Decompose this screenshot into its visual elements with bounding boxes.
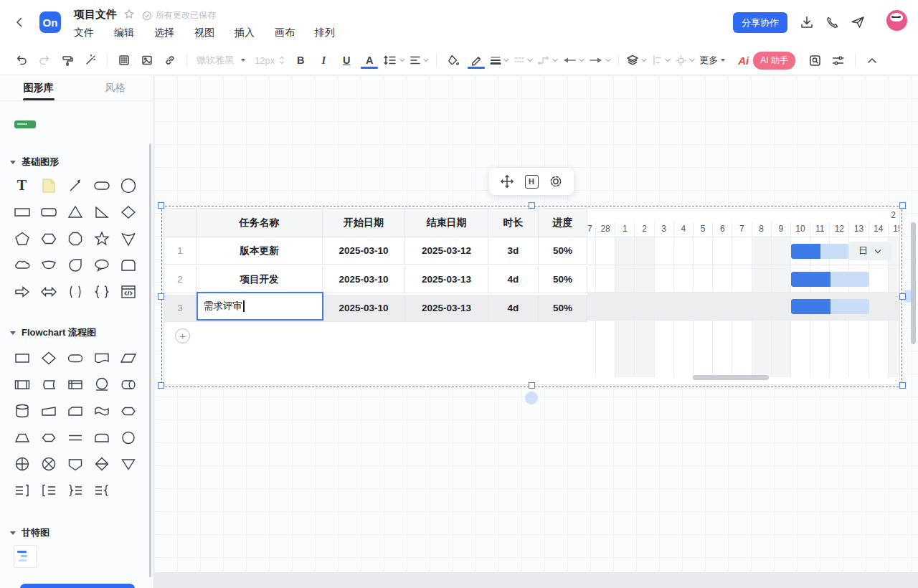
- shape-internal-storage[interactable]: [65, 374, 86, 395]
- shape-annotation-brace-right[interactable]: [65, 480, 86, 501]
- shape-process[interactable]: [11, 347, 33, 369]
- menu-file[interactable]: 文件: [74, 27, 94, 39]
- progress-cell[interactable]: 50%: [539, 295, 587, 322]
- shape-double-arrow[interactable]: [38, 281, 60, 303]
- arrow-end-icon[interactable]: [587, 50, 613, 70]
- resize-handle-s[interactable]: [529, 382, 535, 389]
- shape-wave-flag[interactable]: [91, 400, 113, 422]
- arrow-start-icon[interactable]: [560, 50, 587, 70]
- gantt-bar-task-1[interactable]: [791, 244, 849, 259]
- gantt-bar-task-2[interactable]: [791, 272, 869, 287]
- bold-button[interactable]: B: [289, 50, 312, 70]
- resize-handle-sw[interactable]: [158, 382, 164, 389]
- fill-color-icon[interactable]: [442, 50, 465, 70]
- shape-collate[interactable]: [91, 453, 113, 475]
- shape-rounded-top-rectangle[interactable]: [118, 255, 139, 276]
- shape-trapezoid[interactable]: [11, 427, 33, 448]
- insert-link-icon[interactable]: [158, 50, 181, 70]
- insert-image-icon[interactable]: [136, 50, 158, 70]
- shape-pill[interactable]: [91, 175, 113, 196]
- menu-insert[interactable]: 插入: [235, 27, 255, 39]
- shape-manual-operation[interactable]: [38, 400, 60, 422]
- shape-card[interactable]: [65, 400, 86, 422]
- timeline-scale-select[interactable]: 日: [848, 242, 891, 260]
- share-collaborate-button[interactable]: 分享协作: [733, 12, 787, 33]
- resize-handle-w[interactable]: [158, 293, 164, 300]
- connector-type-icon[interactable]: [535, 50, 560, 70]
- shape-document[interactable]: [91, 347, 113, 369]
- italic-button[interactable]: I: [312, 50, 335, 70]
- shape-diamond[interactable]: [118, 201, 139, 223]
- shape-database[interactable]: [11, 400, 33, 422]
- resize-handle-n[interactable]: [529, 202, 535, 209]
- gantt-settings-gear-icon[interactable]: [546, 172, 565, 191]
- shape-parallel-mode[interactable]: [65, 427, 86, 448]
- shape-braces[interactable]: [91, 281, 113, 303]
- shape-parentheses[interactable]: [65, 281, 86, 303]
- gantt-shape-thumbnail[interactable]: [14, 545, 37, 568]
- shape-pentagon[interactable]: [11, 228, 33, 250]
- distribute-objects-icon[interactable]: [673, 50, 697, 70]
- move-icon[interactable]: [498, 172, 516, 191]
- section-gantt[interactable]: 甘特图: [10, 526, 49, 539]
- line-style-icon[interactable]: [511, 50, 535, 70]
- shape-display-shield[interactable]: [65, 453, 86, 475]
- more-shapes-button[interactable]: [20, 584, 135, 588]
- more-button[interactable]: 更多: [697, 50, 728, 70]
- phone-icon[interactable]: [825, 15, 840, 30]
- sidebar-scrollbar[interactable]: [149, 143, 151, 577]
- settings-sliders-icon[interactable]: [827, 50, 850, 70]
- tab-style[interactable]: 风格: [77, 75, 153, 100]
- gantt-horizontal-scrollbar[interactable]: [693, 375, 769, 380]
- send-icon[interactable]: [850, 14, 866, 30]
- shape-hexagon[interactable]: [38, 228, 60, 250]
- shape-decision[interactable]: [38, 347, 60, 369]
- line-spacing-icon[interactable]: [381, 50, 407, 70]
- section-basic-shapes[interactable]: 基础图形: [10, 156, 59, 169]
- task-name-edit-input[interactable]: 需求评审: [197, 292, 323, 321]
- section-flowchart[interactable]: Flowchart 流程图: [10, 326, 96, 339]
- progress-cell[interactable]: 50%: [539, 237, 587, 265]
- shape-annotation-brace-left[interactable]: [91, 480, 113, 501]
- shape-octagon[interactable]: [65, 228, 86, 250]
- canvas-vertical-scrollbar[interactable]: [911, 222, 916, 344]
- shape-arrow-line[interactable]: [65, 175, 86, 196]
- start-date-cell[interactable]: 2025-03-10: [323, 266, 405, 293]
- duration-cell[interactable]: 4d: [488, 295, 539, 322]
- undo-icon[interactable]: [10, 50, 33, 70]
- shape-parallelogram[interactable]: [118, 347, 139, 369]
- resize-handle-nw[interactable]: [158, 202, 164, 209]
- shape-stored-data[interactable]: [38, 374, 60, 395]
- shape-teardrop[interactable]: [65, 255, 86, 276]
- align-objects-icon[interactable]: [649, 50, 673, 70]
- font-family-select[interactable]: 微软雅黑: [192, 54, 250, 67]
- menu-edit[interactable]: 编辑: [114, 27, 134, 39]
- magic-wand-icon[interactable]: [79, 50, 102, 70]
- user-avatar[interactable]: [886, 10, 907, 31]
- shape-oval-callout[interactable]: [91, 255, 113, 276]
- duration-cell[interactable]: 4d: [488, 266, 539, 293]
- gantt-bar-task-3[interactable]: [791, 299, 869, 314]
- line-width-icon[interactable]: [488, 50, 511, 70]
- layers-icon[interactable]: [624, 50, 649, 70]
- line-color-icon[interactable]: [465, 50, 488, 70]
- shape-sector[interactable]: [118, 228, 139, 250]
- tab-shape-library[interactable]: 图形库: [0, 75, 77, 100]
- resize-handle-e[interactable]: [899, 293, 906, 300]
- end-date-cell[interactable]: 2025-03-12: [405, 237, 488, 265]
- shape-connector-circle[interactable]: [118, 427, 139, 448]
- end-date-cell[interactable]: 2025-03-13: [405, 295, 488, 322]
- ai-assistant-button[interactable]: AI 助手: [753, 52, 795, 70]
- find-replace-icon[interactable]: [804, 50, 827, 70]
- shape-circle[interactable]: [118, 175, 139, 196]
- app-logo[interactable]: On: [39, 11, 61, 33]
- shape-or-circle[interactable]: [38, 453, 60, 475]
- gantt-timeline[interactable]: 2 27 28 1 2 3 4 5 6 7 8 9 10 11 12 13 14…: [587, 209, 899, 384]
- collapse-toolbar-icon[interactable]: [861, 50, 884, 70]
- shape-or-junction[interactable]: [91, 374, 113, 395]
- back-button[interactable]: [11, 14, 27, 30]
- shape-star[interactable]: [91, 228, 113, 250]
- shape-text[interactable]: T: [11, 175, 33, 196]
- download-icon[interactable]: [799, 14, 815, 30]
- shape-alternate-process[interactable]: [91, 427, 113, 448]
